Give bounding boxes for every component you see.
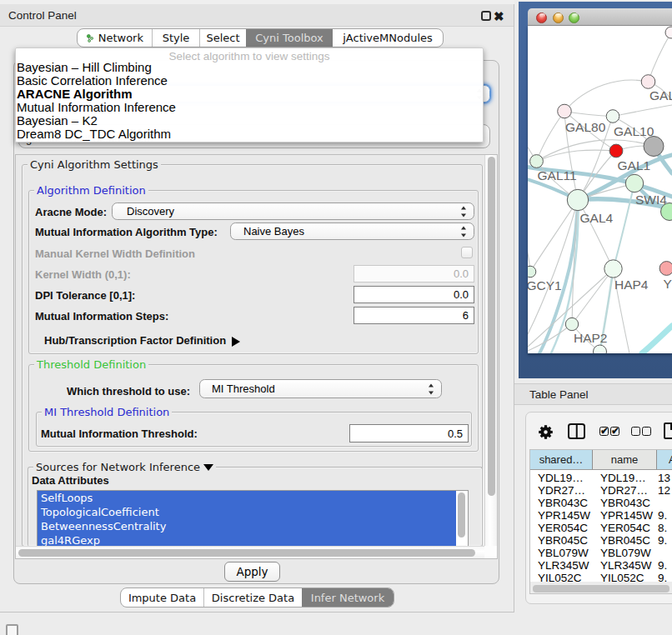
table-cell-shared[interactable]: YBL079W xyxy=(538,547,589,559)
network-node-n-gal10[interactable] xyxy=(606,110,619,123)
manual-kernel-width-checkbox[interactable] xyxy=(461,247,473,258)
collapse-icon[interactable] xyxy=(203,464,213,471)
minimized-panel-icon[interactable] xyxy=(6,624,18,635)
algorithm-option-selected[interactable]: ARACNE Algorithm xyxy=(17,88,133,101)
algorithm-option[interactable]: Bayesian – Hill Climbing xyxy=(17,61,152,74)
network-edge[interactable] xyxy=(649,32,672,82)
network-edge[interactable] xyxy=(537,150,617,161)
which-threshold-combobox[interactable]: MI Threshold xyxy=(199,379,442,398)
minimize-traffic-light[interactable] xyxy=(553,12,564,23)
close-traffic-light[interactable] xyxy=(536,12,547,23)
network-canvas[interactable]: GAL7GAL80GAL10GAL1GAL11SWI4GAL4GCY1HAP4Y… xyxy=(528,26,672,353)
zoom-traffic-light[interactable] xyxy=(569,12,579,23)
network-edge[interactable] xyxy=(613,105,672,117)
list-item[interactable]: BetweennessCentrality xyxy=(41,519,454,533)
list-scroll-thumb[interactable] xyxy=(458,492,465,538)
float-window-icon[interactable] xyxy=(481,11,491,21)
table-cell-name[interactable]: YBL079W xyxy=(600,547,651,559)
settings-vscroll-thumb[interactable] xyxy=(488,157,495,496)
network-node-n-gal1[interactable] xyxy=(609,144,623,158)
table-horizontal-scrollbar[interactable] xyxy=(530,582,672,594)
table-cell-value[interactable]: 9. xyxy=(658,509,667,522)
table-cell-value[interactable]: 9. xyxy=(658,559,667,572)
algorithm-option[interactable]: Bayesian – K2 xyxy=(17,114,98,128)
column-header-shared[interactable]: shared… xyxy=(530,450,593,470)
table-cell-shared[interactable]: YER054C xyxy=(538,522,588,534)
table-cell-name[interactable]: YLR345W xyxy=(600,559,652,572)
table-cell-shared[interactable]: YLR345W xyxy=(538,559,589,572)
dpi-tolerance-field[interactable]: 0.0 xyxy=(354,286,474,303)
list-item[interactable]: TopologicalCoefficient xyxy=(41,505,454,519)
hub-definition-label[interactable]: Hub/Transcription Factor Definition xyxy=(44,334,240,347)
table-cell-value[interactable]: 13 xyxy=(658,472,670,484)
network-node-n-gal7[interactable] xyxy=(641,75,655,89)
expand-right-icon[interactable] xyxy=(232,337,240,347)
checked-checkbox-icon[interactable]: ✔ xyxy=(599,427,609,436)
column-header-value[interactable]: AverageShortestPathLength xyxy=(657,450,672,470)
network-edge[interactable] xyxy=(614,183,635,269)
table-panel-bar[interactable]: Table Panel xyxy=(514,383,672,405)
algorithm-option[interactable]: Dream8 DC_TDC Algorithm xyxy=(17,128,171,141)
table-cell-shared[interactable]: YBR043C xyxy=(538,497,588,509)
table-cell-value[interactable]: 12 xyxy=(658,484,670,497)
tab-select[interactable]: Select xyxy=(199,29,246,47)
network-node-n-hap4[interactable] xyxy=(604,260,622,278)
table-cell-value[interactable]: 8. xyxy=(658,522,667,534)
list-item[interactable]: SelfLoops xyxy=(41,491,454,505)
network-node-n-swi4[interactable] xyxy=(625,174,643,192)
apply-button[interactable]: Apply xyxy=(224,562,280,582)
table-cell-shared[interactable]: YDR27… xyxy=(538,484,585,497)
table-cell-name[interactable]: YBR045C xyxy=(600,534,650,547)
network-node-n-hap2[interactable] xyxy=(565,318,578,330)
network-edge[interactable] xyxy=(642,326,672,353)
network-node-n-bot[interactable] xyxy=(594,345,607,353)
mi-threshold-field[interactable]: 0.5 xyxy=(349,424,469,442)
table-cell-shared[interactable]: YBR045C xyxy=(538,534,588,547)
tab-infer-network[interactable]: Infer Network xyxy=(302,588,394,607)
data-attributes-list[interactable]: SelfLoops TopologicalCoefficient Between… xyxy=(37,490,469,548)
table-cell-name[interactable]: YDL19… xyxy=(600,472,646,484)
tab-style[interactable]: Style xyxy=(152,29,199,47)
checked-checkbox-icon[interactable]: ✔ xyxy=(610,427,619,436)
network-edge[interactable] xyxy=(564,80,649,111)
table-cell-name[interactable]: YER054C xyxy=(600,522,650,534)
kernel-width-field[interactable]: 0.0 xyxy=(354,265,474,282)
table-cell-name[interactable]: YDR27… xyxy=(600,484,648,497)
columns-icon[interactable] xyxy=(568,423,585,439)
settings-vertical-scrollbar[interactable] xyxy=(484,155,497,548)
network-node-n-gal11[interactable] xyxy=(530,155,544,168)
network-node-n-gal80[interactable] xyxy=(558,104,572,118)
network-window-titlebar[interactable] xyxy=(528,8,672,26)
mi-algorithm-type-combobox[interactable]: Naive Bayes xyxy=(230,222,474,240)
mi-steps-field[interactable]: 6 xyxy=(354,307,474,324)
gear-icon[interactable] xyxy=(538,424,554,440)
unchecked-checkbox-icon[interactable] xyxy=(631,427,640,436)
table-cell-shared[interactable]: YPR145W xyxy=(538,509,590,522)
algorithm-option[interactable]: Mutual Information Inference xyxy=(17,101,176,114)
network-node-n-gray[interactable] xyxy=(644,137,664,157)
network-node-n-gcy1[interactable] xyxy=(528,266,536,278)
table-cell-value[interactable]: 9. xyxy=(658,534,667,547)
document-icon[interactable] xyxy=(664,422,672,439)
control-panel-titlebar[interactable]: Control Panel ✖ xyxy=(0,4,514,27)
tab-network[interactable]: Network xyxy=(78,29,152,47)
unchecked-checkbox-icon[interactable] xyxy=(642,427,651,436)
network-node-n-top[interactable] xyxy=(665,27,672,38)
table-cell-name[interactable]: YPR145W xyxy=(600,509,653,522)
algorithm-option[interactable]: Basic Correlation Inference xyxy=(17,74,168,88)
settings-hscroll-thumb[interactable] xyxy=(18,549,475,557)
table-cell-name[interactable]: YBR043C xyxy=(600,497,650,509)
close-icon[interactable]: ✖ xyxy=(494,10,504,22)
aracne-mode-combobox[interactable]: Discovery xyxy=(112,202,474,220)
column-header-name[interactable]: name xyxy=(593,450,657,470)
network-node-n-pink[interactable] xyxy=(659,262,672,276)
network-node-n-gal4[interactable] xyxy=(567,189,588,210)
table-cell-shared[interactable]: YDL19… xyxy=(538,472,584,484)
settings-horizontal-scrollbar[interactable] xyxy=(16,546,485,558)
tab-discretize-data[interactable]: Discretize Data xyxy=(203,588,302,607)
tab-jactivemnodules[interactable]: jActiveMNodules xyxy=(333,29,443,47)
tab-cyni-toolbox[interactable]: Cyni Toolbox xyxy=(246,29,333,47)
table-hscroll-thumb[interactable] xyxy=(533,585,669,592)
tab-impute-data[interactable]: Impute Data xyxy=(121,588,203,607)
list-vertical-scrollbar[interactable] xyxy=(456,491,468,548)
